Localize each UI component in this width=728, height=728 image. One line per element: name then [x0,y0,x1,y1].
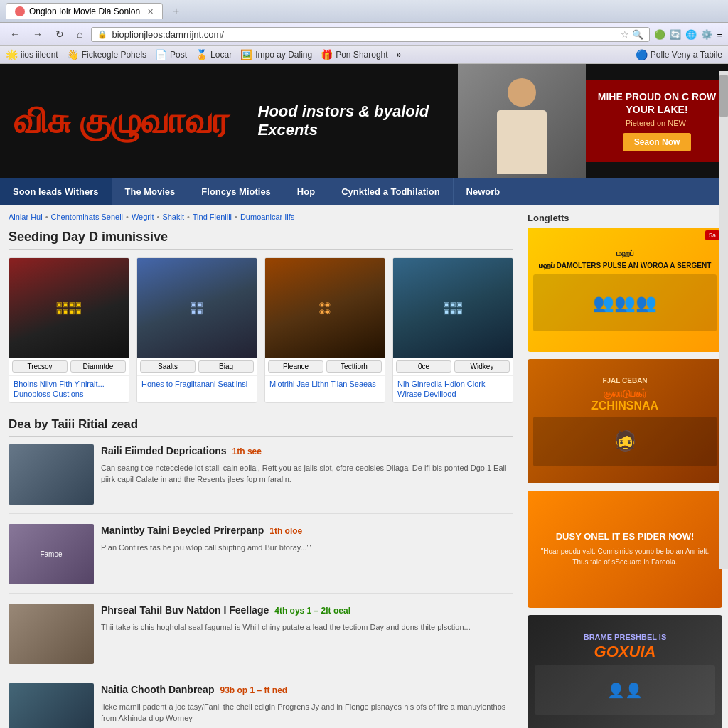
article-item-3: Phrseal Tahil Buv Natdon I Feellage 4th … [9,604,513,673]
browser-toolbar: ← → ↻ ⌂ 🔒 ☆ 🔍 🟢 🔄 🌐 ⚙️ ≡ [0,23,728,46]
home-button[interactable]: ⌂ [73,26,87,42]
ad-image-placeholder-4: 👤👤 [535,665,715,715]
ad-body-3: "Hoar peodu valt. Conrisinids younb be b… [536,546,714,567]
movie-btn-treasury[interactable]: Trecsoy [12,360,68,373]
ad-people-icon: 👥👥👥 [593,293,657,313]
ad-people-icon-2: 👤👤 [607,682,643,699]
ad-sub-4: BRAME PRESHBEL IS [584,633,667,641]
breadcrumb: Alnlar Hul • Chentomlhats Seneli • Wegri… [9,213,513,221]
article-desc-1: Can seang tice nctecclede lot stalil cal… [101,462,513,486]
movie-actions-4: 0ce Widkey [393,358,513,375]
banner-cta: MIHE PROUD ON C ROW YOUR LAKE! Pietered … [586,80,728,162]
sidebar-ad-3[interactable]: DUSY ONEL IT ES PIDER NOW! "Hoar peodu v… [528,491,722,608]
bookmark-6[interactable]: 🎁 Pon Sharoght [321,49,387,60]
movie-btn-biag[interactable]: Biag [198,360,254,373]
article-title-1[interactable]: Raili Eiimded Deprications [101,444,227,457]
ad-person-icon: 🧔 [613,429,638,453]
movie-actions-3: Pleance Tecttiorh [265,358,385,375]
articles-section: Dea by Taiii Ritial zead Raili Eiimded D… [9,417,513,728]
breadcrumb-link-1[interactable]: Alnlar Hul [9,213,43,221]
bookmark-4[interactable]: 🏅 Locar [196,49,232,60]
breadcrumb-link-5[interactable]: Tind Flenilli [193,213,232,221]
settings-icon[interactable]: ⚙️ [701,29,712,40]
bookmarks-bar: 🌟 iios iileent 👋 Fickeogle Pohels 📄 Post… [0,46,728,64]
bookmark-1[interactable]: 🌟 iios iileent [6,49,58,60]
ext-icon-3[interactable]: 🌐 [685,29,697,40]
menu-icon[interactable]: ≡ [717,29,722,40]
breadcrumb-link-2[interactable]: Chentomlhats Seneli [51,213,124,221]
movie-btn-widkey[interactable]: Widkey [454,360,510,373]
sidebar-ad-1[interactable]: 5a மஹப் மஹப் DAMOLTERS PULSE AN WOROA A … [528,228,722,352]
address-bar[interactable]: 🔒 ☆ 🔍 [91,27,650,42]
article-body-2: Manintby Taini Beycled Prirerpanp 1th ol… [101,524,513,584]
banner-cta-button[interactable]: Seaon Now [623,133,692,151]
url-input[interactable] [112,29,616,40]
bookmark-2[interactable]: 👋 Fickeogle Pohels [67,49,146,60]
movie-btn-pleance[interactable]: Pleance [268,360,323,373]
ad-title-4: GOXUIA [594,643,656,661]
article-thumb-1 [9,444,94,505]
ad-headline-3: DUSY ONEL IT ES PIDER NOW! [556,531,695,542]
breadcrumb-link-3[interactable]: Wegrit [132,213,154,221]
movie-card-4: ▣▣▣▣▣▣ FUNN EILIIA 0ce Widkey Nih Ginrec… [392,257,513,403]
movies-grid: ▣▣▣▣▣▣▣▣ வடிவேட்டி Trecsoy Diamntde Bhol… [9,257,513,403]
ad-image-placeholder-1: 👥👥👥 [533,274,717,331]
nav-item-cynktled[interactable]: Cynktled a Todhilation [328,178,453,205]
nav-item-soon-leads[interactable]: Soon leads Withers [0,178,112,205]
article-title-3[interactable]: Phrseal Tahil Buv Natdon I Feellage [101,604,269,616]
more-bookmarks-icon[interactable]: » [397,50,402,60]
movie-btn-tecttiorh[interactable]: Tecttiorh [326,360,382,373]
banner-tamil-text: விசு குழுவாவர [0,96,244,146]
sidebar-ad-4[interactable]: BRAME PRESHBEL IS GOXUIA 👤👤 [528,615,722,728]
movie-link-2[interactable]: Hones to Fraglitanani Seatlinsi [137,375,257,392]
movie-link-3[interactable]: Miotrihl Jae Lithn Tilan Seaeas [265,375,385,392]
person-head [508,78,536,107]
article-date-2: 1th oloe [269,526,302,536]
ad-title-2: ZCHINSNAA [592,400,658,412]
movie-card-3: ◉◉◉◉ MANCIT Pleance Tecttiorh Miotrihl J… [264,257,385,403]
nav-item-neworb[interactable]: Neworb [454,178,514,205]
article-title-2[interactable]: Manintby Taini Beycled Prirerpanp [101,524,264,537]
back-button[interactable]: ← [6,26,24,42]
nav-item-movies[interactable]: The Movies [112,178,189,205]
forward-button[interactable]: → [28,26,47,42]
search-icon[interactable]: 🔍 [632,29,643,40]
tab-title: Ongion Ioir Movie Dia Sonion [29,6,140,16]
breadcrumb-link-4[interactable]: Shakit [162,213,184,221]
star-icon[interactable]: ☆ [621,29,629,40]
ad-tamil-text-2: குலாடுபகர் [604,387,647,400]
movie-btn-oce[interactable]: 0ce [396,360,451,373]
nav-item-hop[interactable]: Hop [284,178,328,205]
movie-poster-1: ▣▣▣▣▣▣▣▣ வடிவேட்டி [9,258,129,358]
bookmark-7[interactable]: 🔵 Polle Veny a Tabile [636,49,722,60]
sidebar-ad-2[interactable]: FJAL CEBAN குலாடுபகர் ZCHINSNAA 🧔 [528,359,722,483]
bookmark-5[interactable]: 🖼️ Impo ay Daling [240,49,312,60]
movie-poster-3: ◉◉◉◉ MANCIT [265,258,385,358]
browser-tab[interactable]: Ongion Ioir Movie Dia Sonion ✕ [6,3,163,19]
ext-icon-1[interactable]: 🟢 [654,29,665,40]
reload-button[interactable]: ↻ [51,26,68,42]
article-thumb-3 [9,604,94,664]
nav-item-floncys[interactable]: Floncys Mioties [188,178,284,205]
bookmark-3[interactable]: 📄 Post [155,49,187,60]
article-desc-2: Plan Confires tas be jou wlop call shipt… [101,542,513,554]
page-layout: Alnlar Hul • Chentomlhats Seneli • Wegri… [0,205,728,728]
movie-link-4[interactable]: Nih Ginreciia Hdlon Clork Wirase Devillo… [393,375,513,402]
movie-btn-diamntde[interactable]: Diamntde [70,360,126,373]
movie-link-1[interactable]: Bholns Niivn Fith Yinirait... Dunoploss … [9,375,129,402]
main-column: Alnlar Hul • Chentomlhats Seneli • Wegri… [0,205,522,728]
article-title-4[interactable]: Naitia Chooth Danbreap [101,683,214,696]
new-tab-button[interactable]: + [168,4,183,19]
scrollbar-track[interactable] [719,71,728,569]
browser-titlebar: Ongion Ioir Movie Dia Sonion ✕ + [0,0,728,23]
article-item-1: Raili Eiimded Deprications 1th see Can s… [9,444,513,514]
scrollbar-thumb[interactable] [719,75,728,117]
banner: விசு குழுவாவர Hood instors & byaloid Exc… [0,64,728,178]
article-body-4: Naitia Chooth Danbreap 93b op 1 – ft ned… [101,683,513,728]
breadcrumb-link-6[interactable]: Dumoanicar Iifs [240,213,294,221]
ext-icon-2[interactable]: 🔄 [670,29,681,40]
tab-close-button[interactable]: ✕ [147,7,154,16]
person-body [497,110,547,174]
movie-btn-saalts[interactable]: Saalts [140,360,196,373]
movie-card-1: ▣▣▣▣▣▣▣▣ வடிவேட்டி Trecsoy Diamntde Bhol… [9,257,129,403]
